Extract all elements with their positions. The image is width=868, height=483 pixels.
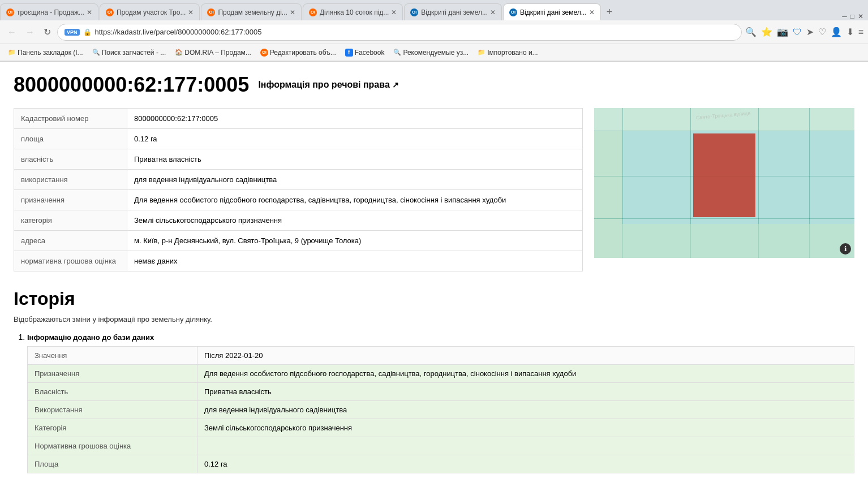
forward-button[interactable]: → <box>23 26 37 38</box>
history-ownership-row: Власність Приватна власність <box>28 383 854 401</box>
value-purpose: Для ведення особистого підсобного господ… <box>127 190 583 210</box>
history-item-1: Інформацію додано до бази даних Значення… <box>27 333 854 473</box>
tab-5-favicon: OI <box>410 8 418 16</box>
table-row-normvalue: нормативна грошова оцінка немає даних <box>14 251 583 271</box>
tab-3-label: Продам земельну ді... <box>218 8 287 16</box>
tab-3[interactable]: OI Продам земельну ді... ✕ <box>201 3 301 20</box>
bookmark-domria-label: DOM.RIA – Продам... <box>184 49 251 57</box>
recommended-icon: 🔍 <box>393 49 401 56</box>
tab-2-favicon: OI <box>106 8 114 16</box>
domria-icon: 🏠 <box>175 49 183 56</box>
table-row-area: площа 0.12 га <box>14 129 583 149</box>
table-row-cadastral: Кадастровий номер 8000000000:62:177:0005 <box>14 109 583 129</box>
history-section: Історія Відображаються зміни у інформаці… <box>14 288 854 473</box>
history-category-row: Категорія Землі сільськогосподарського п… <box>28 419 854 437</box>
minimize-button[interactable]: ─ <box>842 12 847 20</box>
back-button[interactable]: ← <box>5 26 19 38</box>
external-link-icon: ↗ <box>392 80 399 89</box>
share-icon[interactable]: ➤ <box>806 27 814 37</box>
history-area-value: 0.12 га <box>197 455 854 473</box>
bookmark-panel[interactable]: 📁 Панель закладок (І... <box>5 48 87 58</box>
tab-2-label: Продам участок Тро... <box>117 8 186 16</box>
parcel-highlight <box>693 133 755 217</box>
map-canvas[interactable]: Свято-Троїцька вулиця ℹ <box>594 108 854 258</box>
new-tab-button[interactable]: + <box>602 4 617 20</box>
history-date-row: Значення Після 2022-01-20 <box>28 347 854 365</box>
tab-6-label: Відкриті дані земел... <box>520 8 587 16</box>
tab-4-favicon: OI <box>309 8 317 16</box>
tab-5-label: Відкриті дані земел... <box>421 8 488 16</box>
value-address: м. Київ, р-н Деснянський, вул. Свято-Тро… <box>127 231 583 251</box>
history-category-label: Категорія <box>28 419 197 437</box>
lock-icon: 🔒 <box>83 28 92 36</box>
value-usage: для ведення індивідуального садівництва <box>127 170 583 190</box>
search-icon[interactable]: 🔍 <box>745 27 757 37</box>
tab-6-close[interactable]: ✕ <box>589 8 595 16</box>
history-purpose-row: Призначення Для ведення особистого підсо… <box>28 365 854 383</box>
bookmark-edit-obj[interactable]: OI Редактировать объ... <box>257 48 340 58</box>
history-area-row: Площа 0.12 га <box>28 455 854 473</box>
tab-1-label: троєщина - Продаж... <box>17 8 84 16</box>
toolbar-right: 🔍 ⭐ 📷 🛡 ➤ ♡ 👤 ⬇ ≡ <box>745 27 863 37</box>
imported-folder-icon: 📁 <box>478 49 485 56</box>
value-category: Землі сільськогосподарського призначення <box>127 210 583 231</box>
screenshot-icon[interactable]: 📷 <box>777 27 788 37</box>
facebook-icon: f <box>345 49 353 57</box>
history-date-label: Значення <box>28 347 197 365</box>
table-row-ownership: власність Приватна власність <box>14 149 583 170</box>
tab-1[interactable]: OI троєщина - Продаж... ✕ <box>0 3 98 20</box>
rights-link[interactable]: Інформація про речові права ↗ <box>258 80 398 90</box>
tab-5[interactable]: OI Відкриті дані земел... ✕ <box>404 3 502 20</box>
tab-2-close[interactable]: ✕ <box>188 8 194 16</box>
value-cadastral: 8000000000:62:177:0005 <box>127 109 583 129</box>
tab-6-favicon: OI <box>509 8 517 16</box>
bookmark-domria[interactable]: 🏠 DOM.RIA – Продам... <box>171 48 255 58</box>
tab-4[interactable]: OI Ділянка 10 соток під... ✕ <box>303 3 403 20</box>
history-date-value: Після 2022-01-20 <box>197 347 854 365</box>
bookmark-imported-label: Імпортовано и... <box>487 49 538 57</box>
history-purpose-label: Призначення <box>28 365 197 383</box>
history-detail-table: Значення Після 2022-01-20 Призначення Дл… <box>27 346 854 473</box>
search-parts-icon: 🔍 <box>92 49 100 56</box>
address-bar[interactable]: VPN 🔒 https://kadastr.live/parcel/800000… <box>57 24 742 41</box>
reload-button[interactable]: ↻ <box>41 25 54 38</box>
tab-1-close[interactable]: ✕ <box>87 8 92 16</box>
tab-4-close[interactable]: ✕ <box>391 8 397 16</box>
history-list: Інформацію додано до бази даних Значення… <box>14 333 854 473</box>
maximize-button[interactable]: □ <box>850 12 854 20</box>
history-ownership-label: Власність <box>28 383 197 401</box>
label-ownership: власність <box>14 149 127 170</box>
close-window-button[interactable]: ✕ <box>858 12 863 20</box>
tab-3-close[interactable]: ✕ <box>290 8 295 16</box>
table-row-purpose: призначення Для ведення особистого підсо… <box>14 190 583 210</box>
bookmark-icon[interactable]: ⭐ <box>761 27 772 37</box>
history-item-1-title: Інформацію додано до бази даних <box>27 333 854 342</box>
main-section: Кадастровий номер 8000000000:62:177:0005… <box>14 108 854 271</box>
history-purpose-value: Для ведення особистого підсобного господ… <box>197 365 854 383</box>
bookmark-search-parts-label: Поиск запчастей - ... <box>102 49 166 57</box>
table-row-address: адреса м. Київ, р-н Деснянський, вул. Св… <box>14 231 583 251</box>
tab-2[interactable]: OI Продам участок Тро... ✕ <box>100 3 200 20</box>
label-category: категорія <box>14 210 127 231</box>
tab-5-close[interactable]: ✕ <box>490 8 496 16</box>
info-table: Кадастровий номер 8000000000:62:177:0005… <box>14 108 583 271</box>
heart-icon[interactable]: ♡ <box>818 27 826 37</box>
bookmark-imported[interactable]: 📁 Імпортовано и... <box>474 48 541 58</box>
map-info-button[interactable]: ℹ <box>840 243 851 255</box>
tab-6[interactable]: OI Відкриті дані земел... ✕ <box>503 3 601 20</box>
menu-icon[interactable]: ≡ <box>858 27 863 37</box>
download-icon[interactable]: ⬇ <box>846 27 854 37</box>
folder-icon: 📁 <box>8 49 16 56</box>
bookmark-search-parts[interactable]: 🔍 Поиск запчастей - ... <box>89 48 170 58</box>
history-category-value: Землі сільськогосподарського призначення <box>197 419 854 437</box>
bookmark-panel-label: Панель закладок (І... <box>18 49 83 57</box>
bookmark-facebook[interactable]: f Facebook <box>342 48 388 58</box>
shield-icon[interactable]: 🛡 <box>793 27 802 37</box>
history-area-label: Площа <box>28 455 197 473</box>
toolbar: ← → ↻ VPN 🔒 https://kadastr.live/parcel/… <box>0 20 868 44</box>
history-description: Відображаються зміни у інформації про зе… <box>14 315 854 324</box>
bookmark-recommended[interactable]: 🔍 Рекомендуемые уз... <box>390 48 472 58</box>
profile-icon[interactable]: 👤 <box>831 27 842 37</box>
history-normvalue-row: Нормативна грошова оцінка <box>28 437 854 455</box>
tab-bar: OI троєщина - Продаж... ✕ OI Продам учас… <box>0 0 868 20</box>
